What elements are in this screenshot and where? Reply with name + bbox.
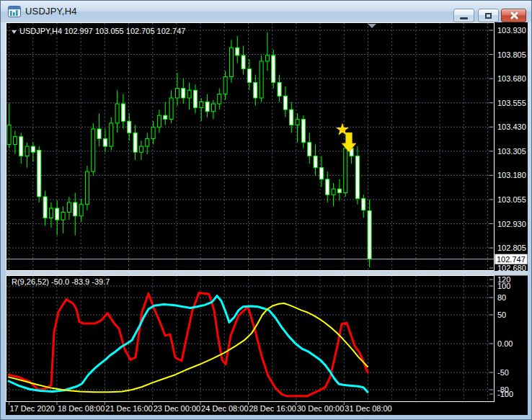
indicator-axis-label: 0.00: [497, 339, 513, 348]
price-axis-label: 103.805: [497, 50, 526, 59]
indicator-axis-label: 80: [497, 293, 506, 302]
price-axis-label: 103.180: [497, 171, 526, 179]
time-axis-label: 23 Dec 00:00: [154, 404, 200, 413]
title-bar[interactable]: USDJPY,H4: [1, 1, 532, 22]
chart-info-label: USDJPY,H4 102.997 103.055 102.705 102.74…: [19, 27, 185, 35]
price-axis-label: 103.555: [497, 99, 526, 107]
indicator-axis-label: -100: [497, 390, 513, 398]
indicator-plot[interactable]: [6, 276, 494, 402]
price-axis-label: 103.430: [497, 122, 526, 131]
minimize-button[interactable]: [453, 9, 474, 22]
price-axis-label: 102.680: [497, 264, 526, 272]
indicator-axis-label: 50: [497, 310, 506, 319]
restore-icon: [485, 13, 492, 19]
price-axis-label: 103.305: [497, 147, 526, 156]
close-icon: [509, 11, 518, 20]
window-title: USDJPY,H4: [25, 6, 77, 17]
chart-window: USDJPY,H4 103.930103.805103.680103.55510…: [0, 0, 532, 420]
time-axis-label: 24 Dec 08:00: [201, 404, 248, 413]
price-axis-label: 103.055: [497, 195, 526, 204]
price-axis-label: 103.680: [497, 74, 526, 83]
app-icon: [8, 6, 21, 17]
time-axis-label: 30 Dec 00:00: [297, 404, 344, 413]
time-axis-label: 31 Dec 08:00: [345, 404, 391, 413]
time-axis-label: 21 Dec 16:00: [105, 404, 152, 413]
chart-canvas: 103.930103.805103.680103.555103.430103.3…: [6, 22, 528, 415]
panel-separator: [6, 271, 528, 276]
chart-client-area: 103.930103.805103.680103.555103.430103.3…: [6, 22, 528, 415]
close-button[interactable]: [501, 9, 526, 22]
price-axis-label: 102.930: [497, 220, 526, 228]
main-chart-plot[interactable]: [6, 23, 494, 271]
time-axis[interactable]: 17 Dec 202018 Dec 08:0021 Dec 16:0023 De…: [9, 402, 392, 413]
indicator-info-label: R(9,26,52) -50.0 -83.9 -39.7: [12, 277, 110, 286]
minimize-icon: [460, 17, 468, 19]
time-axis-label: 18 Dec 08:00: [58, 404, 105, 413]
time-axis-label: 17 Dec 2020: [10, 404, 55, 413]
time-axis-label: 28 Dec 16:00: [249, 404, 296, 413]
indicator-axis-label: -50: [497, 368, 509, 377]
current-price-label: 102.747: [497, 255, 526, 264]
price-axis-label: 103.930: [497, 26, 526, 35]
restore-button[interactable]: [478, 9, 499, 22]
indicator-axis-label: 100: [497, 282, 510, 290]
price-axis-label: 102.805: [497, 243, 526, 252]
